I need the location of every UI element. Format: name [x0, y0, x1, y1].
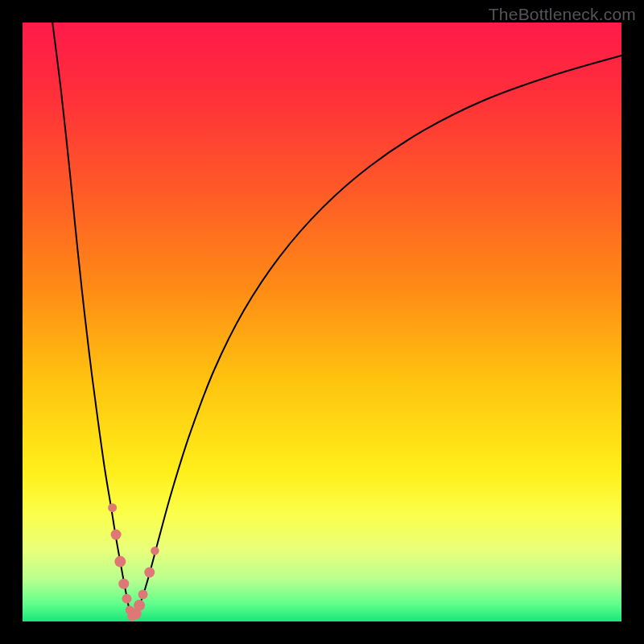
marker-point: [111, 530, 122, 540]
marker-point: [114, 556, 126, 568]
marker-point: [118, 579, 129, 589]
chart-frame: TheBottleneck.com: [0, 0, 644, 644]
marker-point: [108, 503, 117, 512]
marker-point: [151, 547, 159, 555]
marker-point: [138, 590, 148, 600]
marker-point: [122, 594, 131, 604]
watermark-text: TheBottleneck.com: [489, 5, 636, 24]
plot-area: [23, 23, 621, 621]
marker-point: [144, 567, 155, 577]
chart-svg: [23, 23, 621, 621]
marker-point: [134, 600, 145, 611]
